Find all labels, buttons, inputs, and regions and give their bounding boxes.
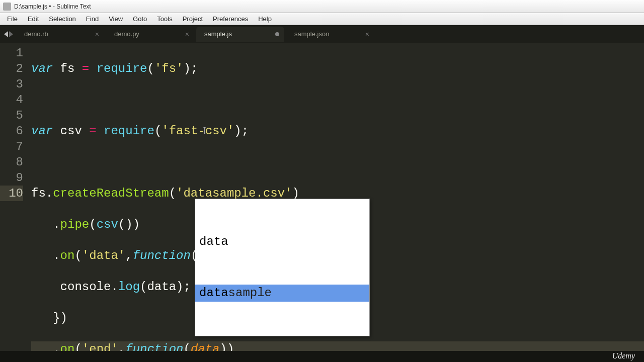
code-line: var csv = require('fast-csv'); (31, 123, 644, 139)
autocomplete-item[interactable]: datasample (195, 285, 369, 302)
menu-bar: File Edit Selection Find View Goto Tools… (0, 13, 644, 25)
code-content[interactable]: var fs = require('fs'); var csv = requir… (31, 43, 644, 351)
line-number: 1 (0, 45, 23, 61)
line-number: 3 (0, 76, 23, 92)
menu-preferences[interactable]: Preferences (208, 14, 253, 24)
line-number: 7 (0, 139, 23, 154)
autocomplete-item[interactable]: data (195, 233, 369, 250)
menu-tools[interactable]: Tools (152, 14, 177, 24)
editor-area[interactable]: 1 2 3 4 5 6 7 8 9 10 var fs = require('f… (0, 43, 644, 351)
menu-edit[interactable]: Edit (23, 14, 44, 24)
tab-bar: demo.rb × demo.py × sample.js sample.jso… (0, 25, 644, 43)
tab-label: sample.js (204, 30, 232, 38)
tab-nav (1, 31, 16, 37)
close-icon[interactable]: × (365, 30, 369, 38)
line-number: 8 (0, 154, 23, 170)
status-bar (0, 351, 644, 362)
menu-help[interactable]: Help (253, 14, 277, 24)
menu-find[interactable]: Find (81, 14, 104, 24)
tab-sample-js[interactable]: sample.js (196, 27, 284, 42)
menu-goto[interactable]: Goto (128, 14, 152, 24)
window-titlebar: D:\sample.js • - Sublime Text (0, 0, 644, 13)
menu-view[interactable]: View (104, 14, 128, 24)
line-number: 2 (0, 61, 23, 76)
tab-next-icon[interactable] (9, 31, 13, 37)
line-number: 5 (0, 108, 23, 123)
tab-demo-py[interactable]: demo.py × (106, 27, 194, 42)
code-line (31, 92, 644, 108)
line-number: 9 (0, 170, 23, 186)
line-gutter: 1 2 3 4 5 6 7 8 9 10 (0, 43, 31, 351)
line-number: 4 (0, 92, 23, 108)
tab-label: demo.py (114, 30, 139, 38)
udemy-watermark: Udemy (612, 351, 635, 360)
autocomplete-popup[interactable]: data datasample (195, 199, 370, 336)
menu-file[interactable]: File (2, 14, 23, 24)
app-icon (3, 3, 11, 11)
tab-label: demo.rb (24, 30, 48, 38)
code-line: var fs = require('fs'); (31, 61, 644, 76)
window-title: D:\sample.js • - Sublime Text (14, 3, 91, 10)
tab-sample-json[interactable]: sample.json × (286, 27, 374, 42)
tab-label: sample.json (294, 30, 329, 38)
close-icon[interactable]: × (95, 30, 99, 38)
line-number: 6 (0, 123, 23, 139)
tab-demo-rb[interactable]: demo.rb × (16, 27, 104, 42)
menu-selection[interactable]: Selection (44, 14, 80, 24)
close-icon[interactable]: × (185, 30, 189, 38)
code-line (31, 154, 644, 170)
menu-project[interactable]: Project (178, 14, 208, 24)
line-number: 10 (0, 186, 23, 201)
dirty-indicator-icon (275, 32, 279, 36)
tab-prev-icon[interactable] (4, 31, 8, 37)
